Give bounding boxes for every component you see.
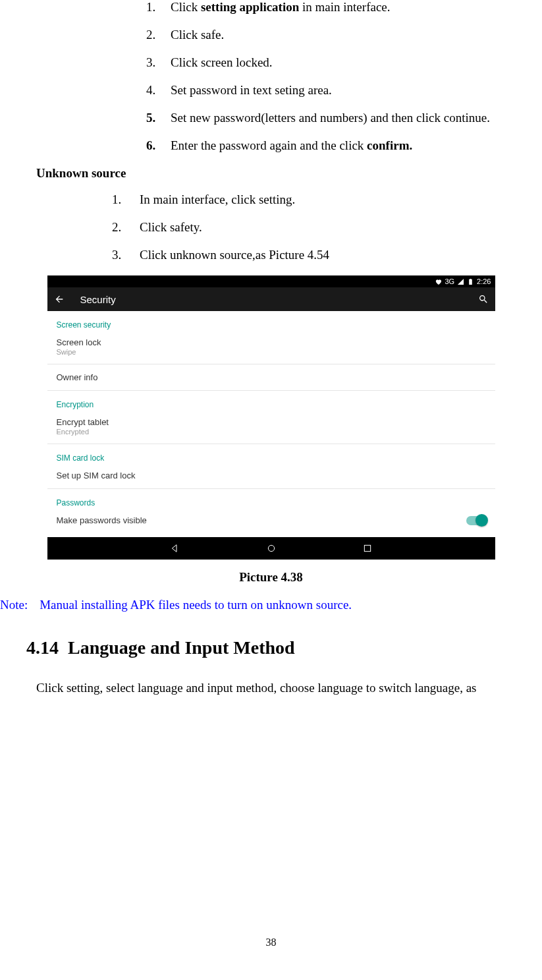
paragraph: Click setting, select language and input… (36, 681, 542, 695)
svg-rect-1 (364, 545, 370, 551)
nav-bar (47, 537, 495, 560)
section-title: Language and Input Method (68, 637, 295, 658)
item-number: 6. (146, 138, 171, 153)
divider (47, 444, 495, 444)
section-header-screen-security: Screen security (47, 314, 495, 332)
setting-make-passwords-visible[interactable]: Make passwords visible (47, 510, 495, 531)
item-number: 1. (112, 192, 140, 207)
note-text: Note:Manual installing APK files needs t… (0, 598, 542, 612)
item-number: 5. (146, 111, 171, 125)
setting-sim-lock[interactable]: Set up SIM card lock (47, 465, 495, 486)
setting-title: Encrypt tablet (57, 417, 486, 427)
divider (47, 390, 495, 391)
list-item: 2.Click safety. (112, 220, 542, 235)
toggle-switch-on[interactable] (466, 516, 486, 525)
section-heading-4-14: 4.14Language and Input Method (26, 637, 542, 658)
setting-screen-lock[interactable]: Screen lock Swipe (47, 332, 495, 361)
setting-encrypt-tablet[interactable]: Encrypt tablet Encrypted (47, 412, 495, 441)
section-header-passwords: Passwords (47, 492, 495, 510)
setting-subtitle: Swipe (57, 348, 486, 356)
clock-label: 2:26 (477, 277, 491, 285)
list-item: 4.Set password in text seting area. (146, 83, 542, 98)
svg-point-0 (268, 545, 274, 551)
list-item: 1.In main interface, click setting. (112, 192, 542, 207)
divider (47, 488, 495, 489)
section-header-sim-lock: SIM card lock (47, 447, 495, 465)
list-item: 5.Set new password(letters and numbers) … (146, 111, 542, 125)
setting-title: Screen lock (57, 337, 486, 347)
item-text: Enter the password again and the click c… (171, 138, 412, 153)
status-bar: 3G 2:26 (47, 275, 495, 287)
nav-recent-icon[interactable] (362, 543, 373, 554)
settings-body: Screen security Screen lock Swipe Owner … (47, 311, 495, 537)
item-text: In main interface, click setting. (140, 192, 295, 207)
list-item: 1.Click setting application in main inte… (146, 0, 542, 14)
item-text: Click screen locked. (171, 55, 273, 70)
item-text: Click safety. (140, 220, 202, 235)
heart-icon (435, 278, 442, 285)
item-text: Set new password(letters and numbers) an… (171, 111, 490, 125)
section-number: 4.14 (26, 637, 59, 658)
item-text: Click unknown source,as Picture 4.54 (140, 248, 329, 262)
item-number: 2. (146, 28, 171, 42)
signal-icon (457, 278, 464, 285)
section-header-encryption: Encryption (47, 393, 495, 412)
note-label: Note: (0, 598, 28, 612)
list-item: 3.Click unknown source,as Picture 4.54 (112, 248, 542, 262)
nav-home-icon[interactable] (266, 543, 277, 554)
note-body: Manual installing APK files needs to tur… (40, 598, 352, 612)
list-item: 2.Click safe. (146, 28, 542, 42)
divider (47, 364, 495, 364)
appbar-title: Security (80, 294, 462, 305)
figure-screenshot: 3G 2:26 Security Screen security Screen … (47, 275, 495, 585)
android-screenshot: 3G 2:26 Security Screen security Screen … (47, 275, 495, 560)
item-number: 2. (112, 220, 140, 235)
back-arrow-icon[interactable] (54, 294, 65, 304)
item-text: Click setting application in main interf… (171, 0, 391, 14)
item-number: 4. (146, 83, 171, 98)
steps-list-2: 1.In main interface, click setting. 2.Cl… (112, 192, 542, 262)
subheading-unknown-source: Unknown source (36, 166, 542, 181)
figure-caption: Picture 4.38 (47, 570, 495, 585)
network-label: 3G (445, 277, 454, 285)
battery-icon (467, 278, 474, 285)
item-number: 3. (146, 55, 171, 70)
setting-subtitle: Encrypted (57, 428, 486, 436)
setting-owner-info[interactable]: Owner info (47, 367, 495, 388)
steps-list-1: 1.Click setting application in main inte… (146, 0, 542, 153)
list-item: 6.Enter the password again and the click… (146, 138, 542, 153)
item-number: 1. (146, 0, 171, 14)
item-text: Click safe. (171, 28, 224, 42)
setting-title: Owner info (57, 372, 486, 382)
list-item: 3.Click screen locked. (146, 55, 542, 70)
search-icon[interactable] (478, 294, 489, 304)
item-text: Set password in text seting area. (171, 83, 332, 98)
setting-title: Set up SIM card lock (57, 471, 486, 480)
app-bar: Security (47, 287, 495, 311)
item-number: 3. (112, 248, 140, 262)
page-number: 38 (0, 937, 542, 948)
nav-back-icon[interactable] (170, 543, 180, 554)
setting-title: Make passwords visible (57, 515, 147, 525)
